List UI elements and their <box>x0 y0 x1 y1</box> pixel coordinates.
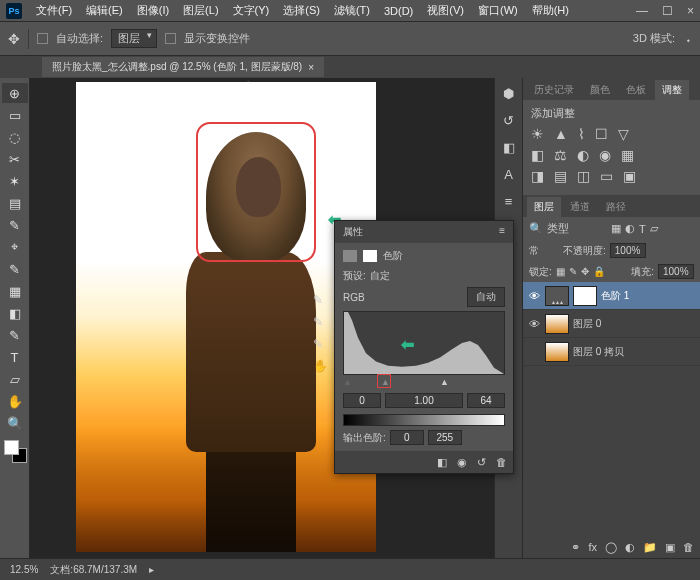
tab-paths[interactable]: 路径 <box>599 197 633 217</box>
lock-transparent-icon[interactable]: ▦ <box>556 266 565 277</box>
tab-history[interactable]: 历史记录 <box>527 80 581 100</box>
auto-button[interactable]: 自动 <box>467 287 505 307</box>
adj-bw-icon[interactable]: ◐ <box>577 147 589 163</box>
mode-3d-icon[interactable]: ⬩ <box>685 33 692 45</box>
new-fill-icon[interactable]: ◐ <box>625 541 635 554</box>
white-point-input[interactable] <box>467 393 505 408</box>
window-maximize[interactable]: ☐ <box>662 4 673 18</box>
tool-zoom[interactable]: 🔍 <box>2 413 28 433</box>
hand-icon[interactable]: ✋ <box>313 359 333 373</box>
blend-mode-dropdown[interactable]: 常 <box>529 244 559 258</box>
adj-vibrance-icon[interactable]: ▽ <box>618 126 629 142</box>
menu-image[interactable]: 图像(I) <box>131 1 175 20</box>
layer-kind-dropdown[interactable]: 类型 <box>547 221 607 236</box>
layer-row[interactable]: 👁 图层 0 <box>523 310 700 338</box>
lock-all-icon[interactable]: 🔒 <box>593 266 605 277</box>
adj-mixer-icon[interactable]: ▦ <box>621 147 634 163</box>
tool-crop[interactable]: ✂ <box>2 149 28 169</box>
black-point-input[interactable] <box>343 393 381 408</box>
preset-dropdown[interactable]: 自定 <box>370 269 505 283</box>
black-point-slider[interactable]: ▲ <box>343 377 352 387</box>
tool-eyedropper[interactable]: ✶ <box>2 171 28 191</box>
new-layer-icon[interactable]: ▣ <box>665 541 675 554</box>
group-icon[interactable]: 📁 <box>643 541 657 554</box>
adj-posterize-icon[interactable]: ▤ <box>554 168 567 184</box>
fx-icon[interactable]: fx <box>588 541 597 553</box>
auto-select-dropdown[interactable]: 图层 <box>111 29 157 48</box>
input-slider-track[interactable]: ▲ ▲ ▲ <box>343 377 505 389</box>
white-point-slider[interactable]: ▲ <box>440 377 449 387</box>
adj-balance-icon[interactable]: ⚖ <box>554 147 567 163</box>
tool-pen[interactable]: ✎ <box>2 325 28 345</box>
tab-adjustments[interactable]: 调整 <box>655 80 689 100</box>
tab-swatches[interactable]: 色板 <box>619 80 653 100</box>
menu-window[interactable]: 窗口(W) <box>472 1 524 20</box>
panel-icon-character[interactable]: A <box>504 167 513 182</box>
menu-type[interactable]: 文字(Y) <box>227 1 276 20</box>
link-layers-icon[interactable]: ⚭ <box>571 541 580 554</box>
status-disclosure-icon[interactable]: ▸ <box>149 564 154 575</box>
menu-view[interactable]: 视图(V) <box>421 1 470 20</box>
tool-type[interactable]: T <box>2 347 28 367</box>
midtone-slider[interactable]: ▲ <box>381 377 390 387</box>
eyedropper-gray-icon[interactable]: ✎ <box>313 315 333 329</box>
adj-selective-icon[interactable]: ▣ <box>623 168 636 184</box>
tab-channels[interactable]: 通道 <box>563 197 597 217</box>
layer-row[interactable]: 图层 0 拷贝 <box>523 338 700 366</box>
view-prev-icon[interactable]: ◉ <box>457 456 467 469</box>
tool-lasso[interactable]: ◌ <box>2 127 28 147</box>
menu-3d[interactable]: 3D(D) <box>378 3 419 19</box>
tool-gradient[interactable]: ▦ <box>2 281 28 301</box>
menu-layer[interactable]: 图层(L) <box>177 1 224 20</box>
layer-name[interactable]: 图层 0 <box>573 317 601 331</box>
menu-edit[interactable]: 编辑(E) <box>80 1 129 20</box>
panel-menu-icon[interactable]: ≡ <box>499 225 505 239</box>
tool-hand[interactable]: ✋ <box>2 391 28 411</box>
delete-icon[interactable]: 🗑 <box>496 456 507 468</box>
tool-dodge[interactable]: ◧ <box>2 303 28 323</box>
document-tab-close[interactable]: × <box>308 62 314 73</box>
tool-shape[interactable]: ▱ <box>2 369 28 389</box>
visibility-icon[interactable]: 👁 <box>527 318 541 330</box>
tool-stamp[interactable]: ⌖ <box>2 237 28 257</box>
output-black-input[interactable] <box>390 430 424 445</box>
panel-icon-swatches[interactable]: ◧ <box>503 140 515 155</box>
mask-icon[interactable]: ◯ <box>605 541 617 554</box>
layer-name[interactable]: 图层 0 拷贝 <box>573 345 624 359</box>
adj-threshold-icon[interactable]: ◫ <box>577 168 590 184</box>
eyedropper-black-icon[interactable]: ✎ <box>313 293 333 307</box>
adj-exposure-icon[interactable]: ☐ <box>595 126 608 142</box>
panel-icon-paragraph[interactable]: ≡ <box>505 194 513 209</box>
clip-icon[interactable]: ◧ <box>437 456 447 469</box>
lock-position-icon[interactable]: ✥ <box>581 266 589 277</box>
panel-icon-color[interactable]: ⬢ <box>503 86 514 101</box>
trash-icon[interactable]: 🗑 <box>683 541 694 553</box>
adj-curves-icon[interactable]: ⌇ <box>578 126 585 142</box>
auto-select-checkbox[interactable] <box>37 33 48 44</box>
window-minimize[interactable]: — <box>636 4 648 18</box>
output-gradient[interactable] <box>343 414 505 426</box>
layer-mask-thumbnail[interactable] <box>573 286 597 306</box>
tool-move[interactable]: ⊕ <box>2 83 28 103</box>
opacity-value[interactable]: 100% <box>610 243 646 258</box>
layer-thumbnail[interactable] <box>545 286 569 306</box>
filter-pixel-icon[interactable]: ▦ <box>611 222 621 235</box>
search-icon[interactable]: 🔍 <box>529 222 543 235</box>
adj-photo-filter-icon[interactable]: ◉ <box>599 147 611 163</box>
adj-levels-icon[interactable]: ▲ <box>554 126 568 142</box>
fill-value[interactable]: 100% <box>658 264 694 279</box>
visibility-icon[interactable]: 👁 <box>527 290 541 302</box>
tool-healing[interactable]: ▤ <box>2 193 28 213</box>
menu-filter[interactable]: 滤镜(T) <box>328 1 376 20</box>
layer-name[interactable]: 色阶 1 <box>601 289 629 303</box>
menu-help[interactable]: 帮助(H) <box>526 1 575 20</box>
channel-dropdown[interactable]: RGB <box>343 292 463 303</box>
panel-icon-history[interactable]: ↺ <box>503 113 514 128</box>
adj-gradient-map-icon[interactable]: ▭ <box>600 168 613 184</box>
menu-select[interactable]: 选择(S) <box>277 1 326 20</box>
filter-shape-icon[interactable]: ▱ <box>650 222 658 235</box>
layer-thumbnail[interactable] <box>545 314 569 334</box>
window-close[interactable]: × <box>687 4 694 18</box>
layer-thumbnail[interactable] <box>545 342 569 362</box>
foreground-color[interactable] <box>4 440 19 455</box>
